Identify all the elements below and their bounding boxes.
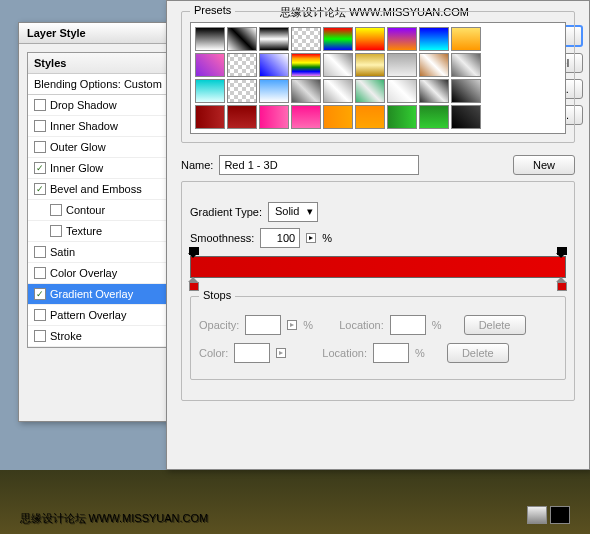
opacity-stop-left[interactable]: [189, 247, 199, 257]
preset-swatch[interactable]: [291, 27, 321, 51]
smoothness-flyout-icon[interactable]: ▸: [306, 233, 316, 243]
preset-swatch[interactable]: [195, 27, 225, 51]
preset-swatch[interactable]: [227, 79, 257, 103]
preset-swatch[interactable]: [227, 27, 257, 51]
checkbox[interactable]: [34, 162, 46, 174]
smoothness-input[interactable]: [260, 228, 300, 248]
style-item-drop-shadow[interactable]: Drop Shadow: [28, 95, 168, 116]
location-input: [390, 315, 426, 335]
percent-label: %: [322, 232, 332, 244]
style-item-label: Inner Shadow: [50, 120, 118, 132]
checkbox[interactable]: [34, 309, 46, 321]
mini-swatch: [550, 506, 570, 524]
preset-swatch[interactable]: [195, 105, 225, 129]
preset-swatch[interactable]: [259, 105, 289, 129]
preset-swatch[interactable]: [259, 27, 289, 51]
style-item-label: Contour: [66, 204, 105, 216]
style-item-inner-glow[interactable]: Inner Glow: [28, 158, 168, 179]
checkbox[interactable]: [34, 288, 46, 300]
preset-swatch[interactable]: [291, 53, 321, 77]
preset-swatch[interactable]: [323, 27, 353, 51]
preset-swatch[interactable]: [291, 105, 321, 129]
name-input[interactable]: [219, 155, 419, 175]
color-stop-left[interactable]: [189, 278, 199, 288]
preset-swatch[interactable]: [355, 105, 385, 129]
preset-swatch[interactable]: [355, 27, 385, 51]
preset-swatch[interactable]: [419, 79, 449, 103]
watermark-bottom: 思缘设计论坛 WWW.MISSYUAN.COM: [20, 511, 208, 526]
checkbox[interactable]: [34, 99, 46, 111]
color-label: Color:: [199, 347, 228, 359]
style-item-label: Satin: [50, 246, 75, 258]
preset-swatch[interactable]: [419, 53, 449, 77]
opacity-stop-right[interactable]: [557, 247, 567, 257]
style-item-label: Texture: [66, 225, 102, 237]
gradient-bar[interactable]: [190, 256, 566, 278]
preset-swatch[interactable]: [355, 53, 385, 77]
opacity-input: [245, 315, 281, 335]
checkbox[interactable]: [50, 204, 62, 216]
style-item-outer-glow[interactable]: Outer Glow: [28, 137, 168, 158]
preset-swatch[interactable]: [387, 79, 417, 103]
blending-options-row[interactable]: Blending Options: Custom: [28, 74, 168, 95]
style-item-contour[interactable]: Contour: [28, 200, 168, 221]
preset-swatch[interactable]: [451, 105, 481, 129]
checkbox[interactable]: [34, 246, 46, 258]
preset-swatch[interactable]: [259, 53, 289, 77]
name-row: Name: New: [181, 155, 575, 175]
mini-swatch: [527, 506, 547, 524]
style-item-label: Bevel and Emboss: [50, 183, 142, 195]
layer-style-window: Layer Style Styles Blending Options: Cus…: [18, 22, 178, 422]
style-item-bevel-and-emboss[interactable]: Bevel and Emboss: [28, 179, 168, 200]
preset-swatch[interactable]: [227, 105, 257, 129]
checkbox[interactable]: [34, 330, 46, 342]
checkbox[interactable]: [50, 225, 62, 237]
preset-swatch[interactable]: [227, 53, 257, 77]
style-item-color-overlay[interactable]: Color Overlay: [28, 263, 168, 284]
smoothness-label: Smoothness:: [190, 232, 254, 244]
checkbox[interactable]: [34, 267, 46, 279]
checkbox[interactable]: [34, 120, 46, 132]
preset-swatch[interactable]: [451, 53, 481, 77]
opacity-flyout-icon: ▸: [287, 320, 297, 330]
preset-swatch[interactable]: [419, 27, 449, 51]
preset-swatch[interactable]: [451, 27, 481, 51]
opacity-label: Opacity:: [199, 319, 239, 331]
preset-swatch[interactable]: [387, 105, 417, 129]
color-stop-right[interactable]: [557, 278, 567, 288]
gradient-type-select[interactable]: Solid: [268, 202, 318, 222]
style-item-pattern-overlay[interactable]: Pattern Overlay: [28, 305, 168, 326]
new-button[interactable]: New: [513, 155, 575, 175]
preset-swatch[interactable]: [387, 53, 417, 77]
styles-panel: Styles Blending Options: Custom Drop Sha…: [27, 52, 169, 348]
color-well: [234, 343, 270, 363]
preset-swatch[interactable]: [195, 79, 225, 103]
style-item-gradient-overlay[interactable]: Gradient Overlay: [28, 284, 168, 305]
window-title: Layer Style: [19, 23, 177, 44]
preset-swatch[interactable]: [387, 27, 417, 51]
style-item-inner-shadow[interactable]: Inner Shadow: [28, 116, 168, 137]
preset-swatch[interactable]: [323, 53, 353, 77]
preset-swatch[interactable]: [323, 79, 353, 103]
gradient-editor-window: 思缘设计论坛 WWW.MISSYUAN.COM OK Cancel Load..…: [166, 0, 590, 470]
preset-swatch[interactable]: [419, 105, 449, 129]
preset-swatch[interactable]: [323, 105, 353, 129]
preset-swatch[interactable]: [451, 79, 481, 103]
preset-swatch[interactable]: [355, 79, 385, 103]
style-item-stroke[interactable]: Stroke: [28, 326, 168, 347]
style-item-satin[interactable]: Satin: [28, 242, 168, 263]
gradient-type-label: Gradient Type:: [190, 206, 262, 218]
style-item-label: Drop Shadow: [50, 99, 117, 111]
preset-swatch[interactable]: [259, 79, 289, 103]
style-item-label: Pattern Overlay: [50, 309, 126, 321]
location-label: Location:: [339, 319, 384, 331]
checkbox[interactable]: [34, 183, 46, 195]
preset-swatch[interactable]: [291, 79, 321, 103]
styles-header[interactable]: Styles: [28, 53, 168, 74]
preset-swatches: [190, 22, 566, 134]
preset-swatch[interactable]: [195, 53, 225, 77]
background-image: 思缘设计论坛 WWW.MISSYUAN.COM: [0, 470, 590, 534]
style-item-label: Stroke: [50, 330, 82, 342]
checkbox[interactable]: [34, 141, 46, 153]
style-item-texture[interactable]: Texture: [28, 221, 168, 242]
